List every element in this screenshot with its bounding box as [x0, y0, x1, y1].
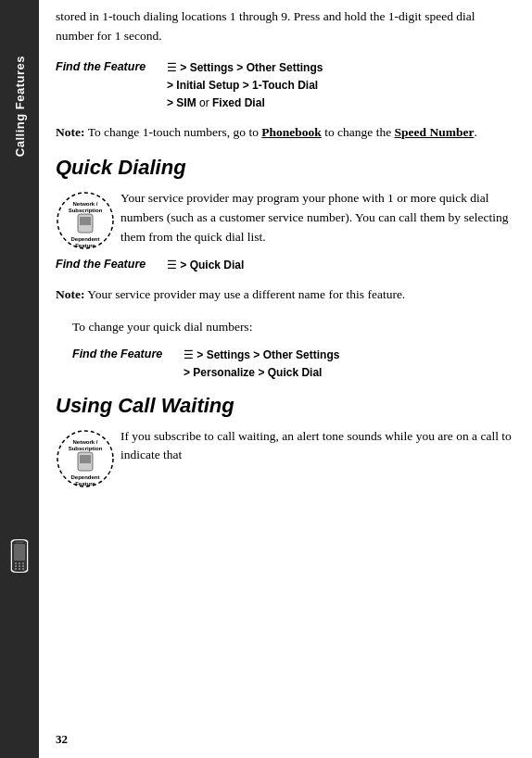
sidebar: Calling Features — [0, 0, 39, 758]
path-quick-dial: Quick Dial — [190, 259, 245, 272]
svg-text:Feature: Feature — [75, 243, 95, 248]
find-feature-3-label: Find the Feature — [72, 347, 184, 360]
svg-rect-0 — [14, 544, 25, 561]
note-2: Note: Your service provider may use a di… — [56, 285, 515, 305]
note-2-prefix: Note: — [56, 287, 84, 301]
using-call-waiting-desc: If you subscribe to call waiting, an ale… — [120, 427, 515, 466]
find-feature-2-path: ☰ > Quick Dial — [167, 257, 244, 274]
menu-icon-1: ☰ — [167, 61, 177, 74]
svg-point-5 — [19, 565, 20, 567]
phone-icon — [6, 539, 33, 573]
using-call-waiting-row: Network / Subscription Dependent Feature… — [56, 427, 515, 485]
note-1-phonebook: Phonebook — [261, 125, 322, 139]
svg-rect-14 — [80, 217, 91, 225]
svg-text:Network /: Network / — [72, 439, 97, 445]
svg-rect-20 — [80, 455, 91, 463]
note-1-middle: to change the — [322, 125, 395, 139]
quick-dialing-heading: Quick Dialing — [56, 156, 515, 180]
svg-point-6 — [22, 565, 24, 567]
find-feature-2: Find the Feature ☰ > Quick Dial — [56, 257, 515, 274]
path-settings-1: Settings — [190, 61, 234, 74]
svg-text:Network /: Network / — [72, 201, 97, 207]
find-feature-1: Find the Feature ☰ > Settings > Other Se… — [56, 59, 515, 113]
note-1-speed-number: Speed Number — [395, 125, 475, 139]
svg-point-2 — [19, 562, 20, 564]
note-1-text: To change 1-touch numbers, go to — [88, 125, 262, 139]
menu-icon-3: ☰ — [184, 348, 194, 361]
sidebar-label: Calling Features — [13, 56, 27, 157]
svg-point-1 — [15, 562, 17, 564]
find-feature-3-path: ☰ > Settings > Other Settings > Personal… — [184, 347, 339, 382]
svg-point-8 — [19, 568, 20, 570]
to-change-text: To change your quick dial numbers: — [72, 318, 515, 337]
svg-point-9 — [22, 568, 24, 570]
note-2-text: Your service provider may use a differen… — [87, 287, 405, 301]
using-call-waiting-heading: Using Call Waiting — [56, 394, 515, 418]
path-fixed-dial: Fixed Dial — [212, 96, 265, 109]
intro-text: stored in 1-touch dialing locations 1 th… — [56, 7, 515, 46]
svg-text:Subscription: Subscription — [69, 446, 103, 451]
svg-text:Subscription: Subscription — [69, 208, 103, 213]
path-quick-dial-3: Quick Dial — [268, 366, 323, 379]
quick-dialing-desc: Your service provider may program your p… — [120, 189, 515, 247]
svg-text:Dependent: Dependent — [70, 474, 99, 480]
path-initial-setup: Initial Setup — [176, 79, 239, 92]
page-number: 32 — [56, 732, 68, 747]
find-feature-1-label: Find the Feature — [56, 59, 167, 73]
quick-dialing-row: Network / Subscription Dependent Feature… — [56, 189, 515, 247]
path-other-settings-3: Other Settings — [263, 348, 340, 361]
path-1touch-dial: 1-Touch Dial — [252, 79, 318, 92]
path-personalize: Personalize — [193, 366, 255, 379]
svg-text:Dependent: Dependent — [70, 236, 99, 242]
find-feature-2-label: Find the Feature — [56, 257, 167, 271]
svg-text:Feature: Feature — [75, 481, 95, 486]
note-1: Note: To change 1-touch numbers, go to P… — [56, 123, 515, 143]
note-1-prefix: Note: — [56, 125, 84, 139]
svg-point-7 — [15, 568, 17, 570]
find-feature-3: Find the Feature ☰ > Settings > Other Se… — [72, 347, 515, 382]
svg-rect-10 — [16, 542, 23, 544]
note-1-suffix: . — [474, 125, 476, 139]
network-subscription-badge-1: Network / Subscription Dependent Feature — [56, 191, 111, 246]
path-sim: SIM — [176, 96, 196, 109]
main-content: stored in 1-touch dialing locations 1 th… — [39, 0, 532, 758]
path-settings-3: Settings — [207, 348, 250, 361]
menu-icon-2: ☰ — [167, 259, 177, 272]
svg-point-4 — [15, 565, 17, 567]
find-feature-1-path: ☰ > Settings > Other Settings > Initial … — [167, 59, 323, 113]
svg-point-3 — [22, 562, 24, 564]
network-subscription-badge-2: Network / Subscription Dependent Feature — [56, 429, 111, 485]
path-other-settings-1: Other Settings — [247, 61, 323, 74]
